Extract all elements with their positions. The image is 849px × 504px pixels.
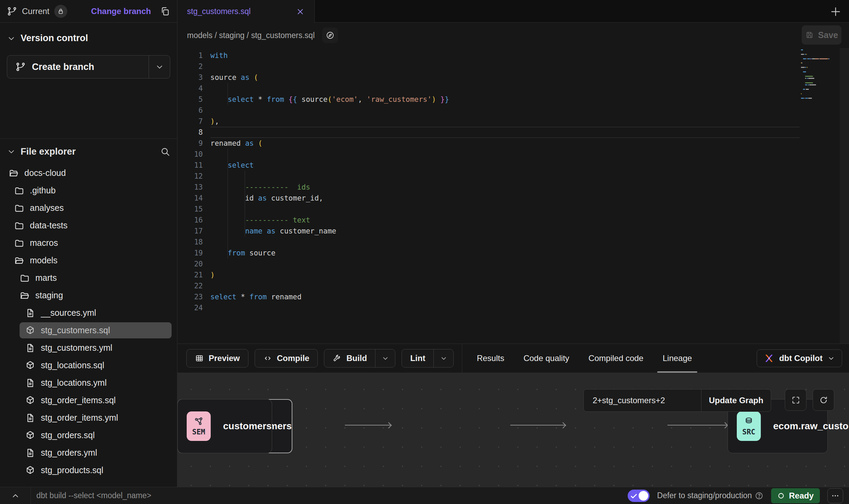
update-graph-button[interactable]: Update Graph — [701, 389, 771, 411]
file-tree-item[interactable]: stg_customers.yml — [0, 339, 177, 357]
build-button[interactable]: Build — [324, 349, 375, 367]
ide-status-badge[interactable]: Ready — [771, 488, 820, 503]
file-name: data-tests — [30, 220, 68, 230]
code-line[interactable]: 7), — [177, 116, 849, 127]
code-text: source as ( — [210, 72, 800, 83]
file-tree-item[interactable]: staging — [0, 287, 177, 304]
lint-dropdown-button[interactable] — [433, 349, 453, 367]
file-tree-item[interactable]: stg_products.sql — [0, 461, 177, 479]
code-editor[interactable]: 1with23source as (45 select * from {{ so… — [177, 48, 849, 344]
fullscreen-button[interactable] — [785, 389, 806, 411]
code-line[interactable]: 19 from source — [177, 248, 849, 259]
code-line[interactable]: 22 — [177, 280, 849, 291]
tab-compiled-code[interactable]: Compiled code — [589, 344, 643, 373]
tab-code-quality[interactable]: Code quality — [523, 344, 569, 373]
code-line[interactable]: 6 — [177, 105, 849, 116]
tab-stg-customers-sql[interactable]: stg_customers.sql — [177, 0, 315, 23]
code-line[interactable]: 10 — [177, 149, 849, 160]
dbt-command-input[interactable] — [36, 491, 277, 500]
file-tree-item[interactable]: .github — [0, 182, 177, 199]
tab-lineage[interactable]: Lineage — [663, 344, 692, 373]
code-line[interactable]: 8 — [177, 127, 849, 138]
line-number: 14 — [177, 193, 210, 204]
editor-scrollbar[interactable] — [840, 48, 849, 344]
fullscreen-icon — [791, 396, 800, 405]
new-tab-plus-icon[interactable] — [830, 6, 841, 17]
build-dropdown-button[interactable] — [375, 349, 395, 367]
line-number: 23 — [177, 291, 210, 302]
code-line[interactable]: 15 — [177, 204, 849, 215]
refresh-icon — [819, 396, 828, 405]
code-line[interactable]: 13 ---------- ids — [177, 182, 849, 193]
chevron-down-icon[interactable] — [7, 34, 16, 43]
code-line[interactable]: 14 id as customer_id, — [177, 193, 849, 204]
version-control-section: Version control Create branch — [0, 23, 177, 79]
file-tree-item[interactable]: stg_order_items.sql — [0, 392, 177, 409]
preview-button[interactable]: Preview — [187, 349, 248, 367]
file-tree-item[interactable]: data-tests — [0, 217, 177, 234]
explore-compass-button[interactable] — [322, 27, 338, 43]
file-tree-item[interactable]: stg_orders.yml — [0, 444, 177, 461]
file-name: .github — [30, 185, 56, 195]
create-branch-button[interactable]: Create branch — [7, 56, 149, 78]
code-line[interactable]: 2 — [177, 61, 849, 72]
line-number: 12 — [177, 171, 210, 182]
code-line[interactable]: 17 name as customer_name — [177, 226, 849, 237]
code-line[interactable]: 24 — [177, 302, 849, 313]
file-tree-item[interactable]: analyses — [0, 199, 177, 217]
breadcrumb-row: models / staging / stg_customers.sql — [177, 23, 849, 48]
chevron-down-icon[interactable] — [7, 147, 16, 156]
code-text: id as customer_id, — [210, 193, 800, 204]
defer-toggle[interactable] — [628, 490, 650, 502]
code-line[interactable]: 11 select — [177, 160, 849, 171]
file-tree-item[interactable]: stg_locations.yml — [0, 374, 177, 392]
code-line[interactable]: 3source as ( — [177, 72, 849, 83]
file-name: stg_locations.yml — [41, 378, 107, 388]
line-number: 8 — [177, 127, 210, 138]
tab-results[interactable]: Results — [477, 344, 504, 373]
help-icon[interactable] — [755, 491, 764, 500]
dbt-copilot-button[interactable]: dbt Copilot — [757, 349, 842, 367]
more-options-button[interactable] — [827, 488, 843, 503]
compile-label: Compile — [277, 353, 310, 363]
file-tree-item[interactable]: stg_customers.sql — [0, 322, 177, 339]
search-icon[interactable] — [160, 146, 170, 157]
code-line[interactable]: 9renamed as ( — [177, 138, 849, 149]
create-branch-dropdown-button[interactable] — [149, 56, 170, 78]
file-tree-item[interactable]: docs-cloud — [0, 164, 177, 182]
chevron-down-icon — [155, 62, 164, 71]
code-text: select * from {{ source('ecom', 'raw_cus… — [210, 94, 800, 105]
file-tree-item[interactable]: macros — [0, 234, 177, 252]
file-tree-item[interactable]: marts — [0, 269, 177, 287]
code-text: select * from renamed — [210, 291, 800, 302]
code-line[interactable]: 5 select * from {{ source('ecom', 'raw_c… — [177, 94, 849, 105]
lint-button[interactable]: Lint — [402, 349, 433, 367]
save-button[interactable]: Save — [802, 25, 841, 45]
code-line[interactable]: 23select * from renamed — [177, 291, 849, 302]
code-text: select — [210, 160, 800, 171]
node-type-label: SRC — [742, 428, 755, 436]
compile-button[interactable]: Compile — [255, 349, 318, 367]
file-tree-item[interactable]: __sources.yml — [0, 304, 177, 322]
line-number: 7 — [177, 116, 210, 127]
chevron-down-icon — [827, 355, 835, 362]
file-tree-item[interactable]: stg_orders.sql — [0, 427, 177, 444]
code-line[interactable]: 20 — [177, 259, 849, 269]
close-icon[interactable] — [296, 7, 305, 16]
code-line[interactable]: 18 — [177, 237, 849, 248]
code-line[interactable]: 21) — [177, 269, 849, 280]
code-line[interactable]: 4 — [177, 83, 849, 94]
command-bar-expand-button[interactable] — [0, 487, 31, 504]
lineage-node-customers[interactable]: SEMcustomers — [177, 399, 272, 453]
code-line[interactable]: 1with — [177, 50, 849, 61]
file-tree-item[interactable]: models — [0, 252, 177, 269]
copy-icon[interactable] — [160, 6, 170, 16]
refresh-button[interactable] — [813, 389, 834, 411]
change-branch-link[interactable]: Change branch — [91, 7, 151, 16]
file-tree-item[interactable]: stg_order_items.yml — [0, 409, 177, 427]
lineage-selector-input[interactable] — [584, 389, 701, 411]
minimap[interactable] — [800, 49, 840, 108]
code-line[interactable]: 12 — [177, 171, 849, 182]
code-line[interactable]: 16 ---------- text — [177, 215, 849, 226]
file-tree-item[interactable]: stg_locations.sql — [0, 357, 177, 374]
